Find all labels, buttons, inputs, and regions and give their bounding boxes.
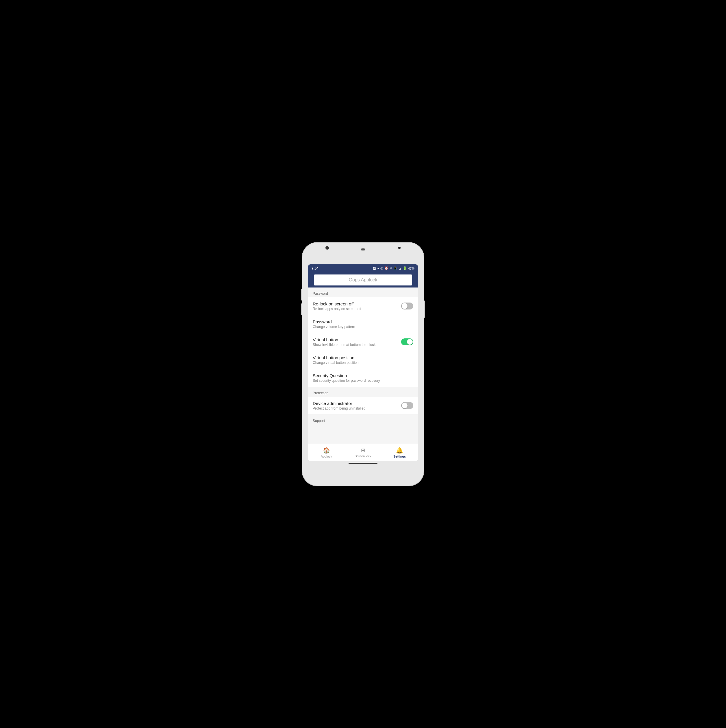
setting-device-admin-text: Device administrator Protect app from be… <box>313 401 401 410</box>
setting-virtual-button-text: Virtual button Show invisible button at … <box>313 337 401 347</box>
vibrate-icon: 📳 <box>394 266 397 270</box>
app-bar: Oops Applock <box>308 272 418 288</box>
front-sensor <box>398 247 401 249</box>
toggle-virtual-button[interactable] <box>401 338 413 345</box>
nav-settings[interactable]: 🔔 Settings <box>381 447 418 458</box>
status-icons: 🖼 ● ◎ ⏰ ✳ 📳 ▲ 🔋 47% <box>373 266 415 270</box>
earpiece <box>361 248 365 251</box>
toggle-relock-thumb <box>402 303 407 309</box>
setting-virtual-button-position[interactable]: Virtual button position Change virtual b… <box>308 351 418 369</box>
dot-icon: ● <box>377 267 379 270</box>
setting-security-question-subtitle: Set security question for password recov… <box>313 379 413 383</box>
setting-password-subtitle: Change volume key pattern <box>313 325 413 329</box>
toggle-virtual-button-thumb <box>407 339 413 345</box>
signal-icon: ▲ <box>398 267 402 270</box>
status-bar: 7:54 🖼 ● ◎ ⏰ ✳ 📳 ▲ 🔋 47% <box>308 265 418 272</box>
bluetooth-icon: ✳ <box>390 266 392 270</box>
nav-screenlock[interactable]: ⊞ Screen lock <box>345 447 381 458</box>
setting-device-admin[interactable]: Device administrator Protect app from be… <box>308 397 418 415</box>
nav-applock[interactable]: 🏠 Applock <box>308 447 345 458</box>
setting-virtual-button-title: Virtual button <box>313 337 401 342</box>
setting-device-admin-subtitle: Protect app from being uninstalled <box>313 406 401 410</box>
toggle-device-admin-thumb <box>402 402 407 408</box>
setting-relock[interactable]: Re-lock on screen off Re-lock apps only … <box>308 297 418 315</box>
setting-relock-title: Re-lock on screen off <box>313 301 401 306</box>
volume-down-button[interactable] <box>301 303 302 315</box>
setting-device-admin-title: Device administrator <box>313 401 401 406</box>
bell-icon: 🔔 <box>396 447 403 454</box>
nav-settings-label: Settings <box>394 455 406 458</box>
bottom-navigation: 🏠 Applock ⊞ Screen lock 🔔 Settings <box>308 444 418 461</box>
alarm-icon: ⏰ <box>384 266 389 270</box>
settings-scroll[interactable]: Password Re-lock on screen off Re-lock a… <box>308 288 418 444</box>
home-indicator[interactable] <box>349 463 377 464</box>
volume-up-button[interactable] <box>301 289 302 301</box>
setting-password[interactable]: Password Change volume key pattern <box>308 315 418 333</box>
at-icon: ◎ <box>380 266 383 270</box>
section-header-password: Password <box>308 288 418 297</box>
nav-screenlock-label: Screen lock <box>355 454 371 458</box>
toggle-device-admin[interactable] <box>401 402 413 409</box>
setting-virtual-button[interactable]: Virtual button Show invisible button at … <box>308 333 418 351</box>
setting-virtual-button-position-title: Virtual button position <box>313 355 413 360</box>
setting-virtual-button-position-text: Virtual button position Change virtual b… <box>313 355 413 365</box>
setting-relock-subtitle: Re-lock apps only on screen off <box>313 307 401 311</box>
power-button[interactable] <box>424 301 425 318</box>
nav-applock-label: Applock <box>321 455 332 458</box>
phone-bottom <box>302 461 424 468</box>
notification-icon: 🖼 <box>373 267 376 270</box>
setting-virtual-button-position-subtitle: Change virtual button position <box>313 361 413 365</box>
battery-icon: 🔋 <box>403 266 407 270</box>
app-title-box: Oops Applock <box>314 274 412 286</box>
setting-password-title: Password <box>313 319 413 324</box>
home-icon: 🏠 <box>323 447 330 454</box>
setting-security-question[interactable]: Security Question Set security question … <box>308 369 418 387</box>
battery-level: 47% <box>408 267 415 270</box>
status-time: 7:54 <box>311 266 319 271</box>
setting-relock-text: Re-lock on screen off Re-lock apps only … <box>313 301 401 311</box>
setting-password-text: Password Change volume key pattern <box>313 319 413 329</box>
setting-security-question-text: Security Question Set security question … <box>313 373 413 383</box>
toggle-relock[interactable] <box>401 303 413 309</box>
section-header-protection: Protection <box>308 387 418 397</box>
section-header-support: Support <box>308 415 418 425</box>
phone-frame: 7:54 🖼 ● ◎ ⏰ ✳ 📳 ▲ 🔋 47% Oops Applock Pa… <box>302 243 424 486</box>
setting-virtual-button-subtitle: Show invisible button at bottom to unloc… <box>313 343 401 347</box>
setting-security-question-title: Security Question <box>313 373 413 378</box>
camera-icon <box>325 246 329 249</box>
screenlock-icon: ⊞ <box>361 447 365 454</box>
phone-screen: 7:54 🖼 ● ◎ ⏰ ✳ 📳 ▲ 🔋 47% Oops Applock Pa… <box>308 265 418 461</box>
app-title: Oops Applock <box>349 277 377 283</box>
